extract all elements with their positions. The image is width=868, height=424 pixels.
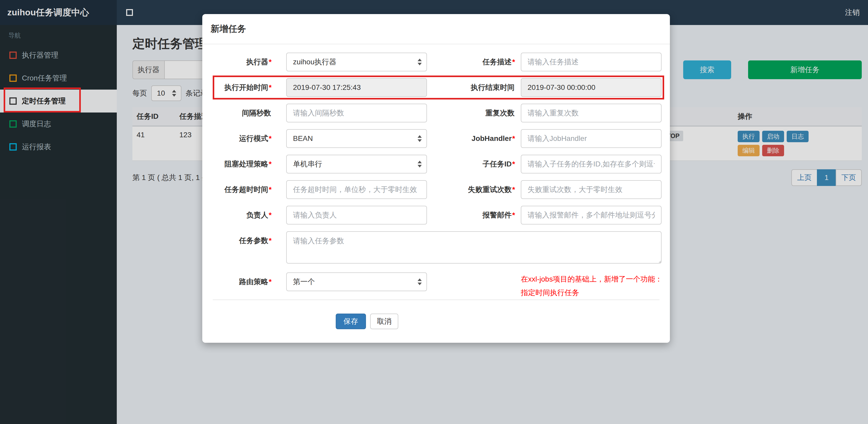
select-caret-icon (417, 135, 422, 142)
owner-input[interactable] (286, 206, 427, 225)
block-strategy-select-value: 单机串行 (293, 159, 420, 169)
feature-note-line1: 在xxl-jobs项目的基础上，新增了一个功能： (521, 272, 667, 286)
end-time-input[interactable] (521, 78, 661, 97)
modal-body: 执行器* zuihou执行器 任务描述* 执行开始时间* 执行结束时间 (202, 44, 670, 329)
route-strategy-select-value: 第一个 (293, 277, 420, 287)
owner-label: 负责人* (213, 206, 272, 225)
modal-header: 新增任务 (202, 14, 670, 44)
timeout-label: 任务超时时间* (213, 180, 272, 199)
executor-select-value: zuihou执行器 (293, 57, 420, 67)
job-param-label: 任务参数* (213, 231, 272, 250)
select-caret-icon (417, 161, 422, 167)
select-caret-icon (417, 59, 422, 65)
executor-label: 执行器* (213, 53, 272, 71)
block-strategy-label: 阻塞处理策略* (213, 155, 272, 173)
jobhandler-input[interactable] (521, 129, 661, 148)
interval-label: 间隔秒数 (213, 104, 272, 122)
start-time-input[interactable] (286, 78, 427, 97)
save-button[interactable]: 保存 (336, 314, 366, 329)
feature-note-line2: 指定时间执行任务 (521, 286, 667, 299)
retry-label: 失败重试次数* (427, 180, 515, 199)
route-strategy-label: 路由策略* (213, 272, 272, 291)
timeout-input[interactable] (286, 180, 427, 199)
run-mode-select-value: BEAN (293, 134, 420, 143)
job-desc-label: 任务描述* (427, 53, 515, 71)
end-time-label: 执行结束时间 (427, 78, 515, 97)
child-job-label: 子任务ID* (427, 155, 515, 173)
executor-select[interactable]: zuihou执行器 (286, 53, 427, 71)
modal-footer: 保存 取消 (297, 300, 437, 329)
run-mode-select[interactable]: BEAN (286, 129, 427, 148)
repeat-label: 重复次数 (427, 104, 515, 122)
add-job-modal: 新增任务 执行器* zuihou执行器 任务描述* 执行开始时间* 执行结束时间 (202, 14, 670, 343)
start-time-label: 执行开始时间* (213, 78, 272, 97)
retry-input[interactable] (521, 180, 661, 199)
route-strategy-select[interactable]: 第一个 (286, 272, 427, 291)
cancel-button[interactable]: 取消 (370, 314, 398, 329)
modal-title: 新增任务 (211, 23, 246, 35)
job-param-textarea[interactable] (286, 231, 661, 264)
job-desc-input[interactable] (521, 53, 661, 71)
run-mode-label: 运行模式* (213, 129, 272, 148)
alarm-email-input[interactable] (521, 206, 661, 225)
repeat-input[interactable] (521, 104, 661, 122)
block-strategy-select[interactable]: 单机串行 (286, 155, 427, 173)
feature-note: 在xxl-jobs项目的基础上，新增了一个功能： 指定时间执行任务 (521, 272, 667, 299)
alarm-email-label: 报警邮件* (427, 206, 515, 225)
child-job-input[interactable] (521, 155, 661, 173)
select-caret-icon (417, 279, 422, 285)
interval-input[interactable] (286, 104, 427, 122)
jobhandler-label: JobHandler* (427, 129, 515, 148)
